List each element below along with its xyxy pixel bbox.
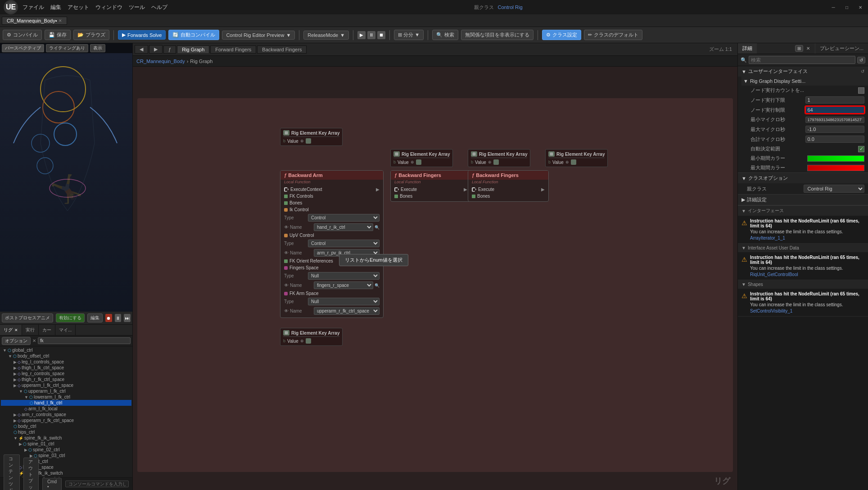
error-link-3[interactable]: SetControlVisibility_1 [750,309,864,313]
error-link-1[interactable]: ArrayIterator_1_1 [750,236,864,240]
post-process-button[interactable]: ポストプロセスアニメ [2,313,53,322]
graph-area[interactable]: ⊞ Rig Element Key Array b Value ⊕ ⊞ Rig … [133,67,737,490]
tree-item-spine-02[interactable]: ▶⬡spine_02_ctrl [1,447,131,453]
console-input[interactable] [65,481,129,487]
arm-upv-type-select[interactable]: Control [308,240,380,247]
tab-rig-graph[interactable]: Rig Graph [177,45,209,53]
advanced-header[interactable]: ▶ 詳細設定 [738,195,868,205]
forwards-solve-button[interactable]: ▶ Forwards Solve [118,30,166,40]
vp-next-button[interactable]: ⏭ [124,314,131,322]
reset-to-defaults-button[interactable]: ↺ [857,57,865,64]
total-micro-input[interactable] [805,136,865,143]
node-key5[interactable]: ⊞ Rig Element Key Array b Value ⊕ [280,328,343,346]
auto-compile-button[interactable]: 🔄 自動コンパイル [168,30,219,40]
tree-item-spine-01[interactable]: ▶⬡spine_01_ctrl [1,441,131,447]
rig-display-header[interactable]: ▼ Rig Graph Display Setti... [741,77,868,86]
hide-unrelated-button[interactable]: 無関係な項目を非表示にする [461,30,533,40]
tree-item-head-space[interactable]: ◇head_fk_space [1,464,131,470]
tab-exec[interactable]: 実行 [22,325,39,335]
save-button[interactable]: 💾 保存 [45,30,71,40]
class-defaults-button[interactable]: ✏ クラスのデフォルト [584,30,642,40]
tree-search-input[interactable] [38,337,131,344]
close-icon[interactable]: ✕ [32,338,36,343]
tab-my[interactable]: マイ... [55,325,76,335]
tree-item-upperarm-l-ctrl[interactable]: ▼⬡upperarm_l_fk_ctrl [1,388,131,394]
arm-fk-arm-name-select[interactable]: upperarm_r_fk_ctrl_space [314,307,380,315]
arm-fingers-search-icon[interactable]: 🔍 [375,283,380,288]
arm-fk-arm-eye-icon[interactable]: 👁 [284,309,289,313]
tab-forward-fingers[interactable]: Forward Fingers [210,45,256,54]
edit-button[interactable]: 編集 [87,313,103,322]
arm-name-eye-icon[interactable]: 👁 [284,225,289,230]
class-settings-button[interactable]: ⚙ クラス設定 [542,30,581,40]
tree-item-body-offset[interactable]: ▼⬡body_offset_ctrl [1,353,131,359]
tree-item-arm-r-controls[interactable]: ▶◇arm_r_controls_space [1,412,131,417]
tree-item-body-ctrl[interactable]: ⬡body_ctrl [1,423,131,429]
key2-plus-icon[interactable]: ⊕ [411,160,414,164]
tree-item-thigh-l-fk[interactable]: ▶◇thigh_l_fk_ctrl_space [1,365,131,371]
tab-backward-fingers[interactable]: Backward Fingers [257,45,307,54]
key4-plus-icon[interactable]: ⊕ [565,160,569,164]
pause-button[interactable]: ⏸ [367,31,375,39]
menu-window[interactable]: ウィンドウ [95,4,122,11]
maximize-button[interactable]: □ [843,3,851,11]
stop-button[interactable]: ⏹ [377,31,385,39]
perspective-button[interactable]: パースペクティブ [2,44,44,52]
browse-button[interactable]: 📂 ブラウズ [73,30,109,40]
arm-fk-arm-type-select[interactable]: Null [308,298,380,305]
output-log-button[interactable]: アウトプットログ [23,458,39,490]
menu-asset[interactable]: アセット [68,4,89,11]
ui-reset-icon[interactable]: ↺ [861,69,864,74]
arm-fingers-type-select[interactable]: Null [308,272,380,280]
auto-decide-checkbox[interactable]: ✓ [858,146,864,152]
tab-preview-scene[interactable]: プレビューシーン... [815,43,868,54]
enable-button[interactable]: 有効にする [56,313,85,322]
graph-nav-back[interactable]: ◀ [135,45,148,54]
tree-item-spine-03[interactable]: ▶⬡spine_03_ctrl [1,453,131,458]
details-close-button[interactable]: ✕ [804,45,812,53]
arm-fingers-eye-icon[interactable]: 👁 [284,283,289,288]
tab-cr-mannequin[interactable]: CR_Mannequin_Body• ✕ [2,17,67,25]
tab-close-icon[interactable]: ✕ [59,18,62,23]
rig-close-icon[interactable]: ✕ [14,328,18,332]
vp-pause-button[interactable]: ⏸ [115,314,122,322]
tree-item-hips-ctrl[interactable]: ⬡hips_ctrl [1,429,131,435]
max-micro-input[interactable] [805,126,865,133]
max-period-color[interactable] [807,165,865,171]
menu-help[interactable]: ヘルプ [151,4,167,11]
min-period-color[interactable] [807,155,865,162]
tree-item-arm-l-switch[interactable]: ⚡arm_l_fk_ik_switch [1,470,131,476]
tree-item-upperarm-l-space[interactable]: ▶◇upperarm_l_fk_ctrl_space [1,382,131,388]
split-button[interactable]: ⊞ 分分 ▼ [394,30,424,40]
user-interface-header[interactable]: ▼ ユーザーインターフェイス ↺ [738,66,868,77]
minimize-button[interactable]: ─ [829,3,837,11]
tree-item-thigh-r-fk[interactable]: ▶◇thigh_r_fk_ctrl_space [1,377,131,382]
preview-button[interactable]: Control Rig Editor Preview ▼ [222,31,295,40]
shapes-section-header[interactable]: ▼ Shapes [738,280,868,289]
node-exec-cap-input[interactable] [805,106,865,113]
close-button[interactable]: ✕ [856,3,864,11]
arm-type-select[interactable]: Control [308,214,380,222]
interface-section-header[interactable]: ▼ インターフェース [738,206,868,216]
min-micro-input[interactable] [805,117,865,123]
record-button[interactable]: ⏺ [105,314,112,322]
key1-plus-icon[interactable]: ⊕ [300,139,304,143]
grid-view-button[interactable]: ⊞ [795,45,803,52]
menu-edit[interactable]: 編集 [50,4,61,11]
error-link-2[interactable]: RiqUnit_GetControlBool [750,272,864,277]
tree-item-chest-ctrl[interactable]: ⬡chest_ctrl [1,458,131,464]
node-key2[interactable]: ⊞ Rig Element Key Array b Value ⊕ [390,149,453,167]
tree-item-spine-switch[interactable]: ▼⚡spine_fk_ik_switch [1,435,131,441]
tab-rig[interactable]: リグ ✕ [0,325,22,335]
key5-plus-icon[interactable]: ⊕ [300,339,304,343]
node-backward-fingers-1[interactable]: ƒ Backward Fingers Local Function Execut… [390,170,471,202]
show-button[interactable]: 表示 [90,44,105,52]
arm-name-search-icon[interactable]: 🔍 [375,225,380,230]
class-options-header[interactable]: ▼ クラスオプション [738,173,868,183]
play-button[interactable]: ▶ [357,31,366,39]
node-backward-arm[interactable]: ƒ Backward Arm Local Function ExecuteCon… [280,170,384,318]
tree-item-upperarm-r-space[interactable]: ▶◇upperarm_r_fk_ctrl_space [1,417,131,423]
lighting-button[interactable]: ライティングあり [46,44,88,52]
parent-class-select[interactable]: Control Rig [804,185,865,193]
tree-item-global-ctrl[interactable]: ▼⬡global_ctrl [1,347,131,353]
